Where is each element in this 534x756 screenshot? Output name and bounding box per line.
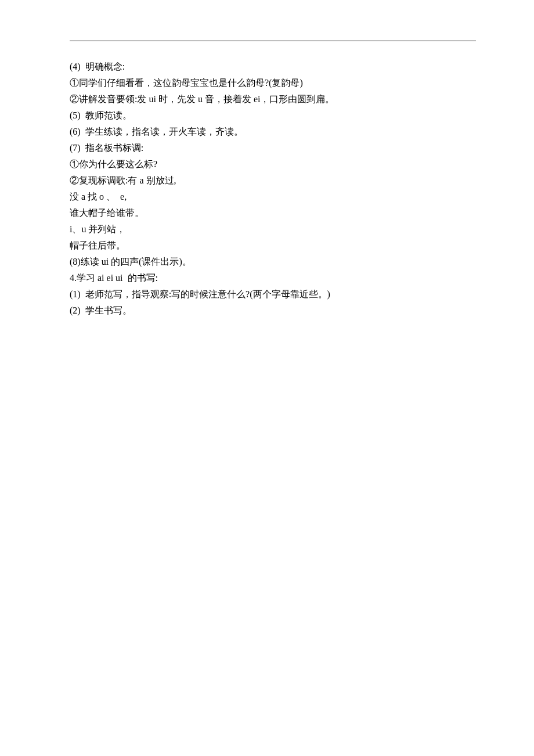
text-line: (7) 指名板书标调: (70, 140, 476, 156)
text-line: 谁大帽子给谁带。 (70, 205, 476, 221)
text-line: (2) 学生书写。 (70, 303, 476, 319)
document-body: (4) 明确概念: ①同学们仔细看看，这位韵母宝宝也是什么韵母?(复韵母) ②讲… (70, 59, 476, 319)
text-line: (6) 学生练读，指名读，开火车读，齐读。 (70, 124, 476, 140)
document-page: (4) 明确概念: ①同学们仔细看看，这位韵母宝宝也是什么韵母?(复韵母) ②讲… (0, 0, 534, 319)
text-line: ②讲解发音要领:发 ui 时，先发 u 音，接着发 ei，口形由圆到扁。 (70, 91, 476, 107)
text-line: ①同学们仔细看看，这位韵母宝宝也是什么韵母?(复韵母) (70, 75, 476, 91)
text-line: i、u 并列站， (70, 221, 476, 237)
text-line: ①你为什么要这么标? (70, 156, 476, 172)
horizontal-rule (70, 41, 476, 41)
text-line: ②复现标调歌:有 a 别放过, (70, 172, 476, 189)
text-line: (4) 明确概念: (70, 59, 476, 75)
text-line: 没 a 找 o 、 e, (70, 189, 476, 205)
text-line: 4.学习 ai ei ui 的书写: (70, 270, 476, 286)
text-line: (5) 教师范读。 (70, 107, 476, 124)
text-line: 帽子往后带。 (70, 237, 476, 254)
text-line: (1) 老师范写，指导观察:写的时候注意什么?(两个字母靠近些。) (70, 286, 476, 303)
text-line: (8)练读 ui 的四声(课件出示)。 (70, 254, 476, 270)
